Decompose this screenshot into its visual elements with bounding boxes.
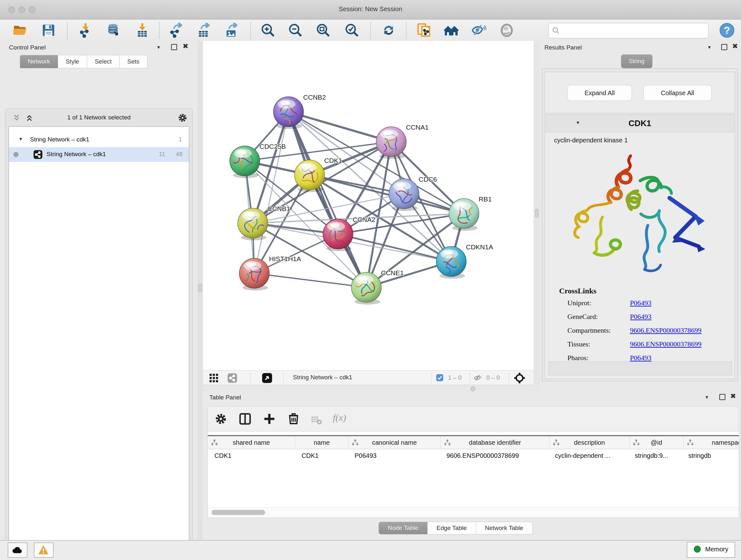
open-session-button[interactable]: [13, 23, 28, 38]
network-node-CCNE1[interactable]: CCNE1: [351, 269, 404, 305]
search-input[interactable]: [562, 24, 704, 36]
show-columns-icon[interactable]: [239, 412, 252, 426]
first-neighbors-button[interactable]: [444, 23, 459, 38]
crosslink-link[interactable]: 9606.ENSP00000378699: [630, 340, 701, 348]
cell-name[interactable]: CDK1: [295, 449, 348, 462]
close-panel-icon[interactable]: ✖: [730, 393, 736, 399]
clone-network-button[interactable]: [416, 23, 431, 38]
network-node-CDC25B[interactable]: CDC25B: [230, 143, 286, 178]
cell-@id[interactable]: stringdb:9...: [628, 449, 682, 462]
cell-database-identifier[interactable]: 9606.ENSP00000378699: [440, 449, 548, 462]
vertical-splitter-left[interactable]: [197, 41, 203, 540]
network-collection-row[interactable]: ▼ String Network – cdk1 1: [9, 132, 189, 147]
share-gray-icon[interactable]: [227, 373, 238, 383]
splitter-handle[interactable]: [535, 209, 539, 218]
network-node-CCNA2[interactable]: CCNA2: [323, 216, 375, 251]
collapse-all-button[interactable]: Collapse All: [643, 85, 712, 101]
table-horizontal-scrollbar[interactable]: [208, 507, 739, 517]
tab-select[interactable]: Select: [87, 55, 120, 68]
gear-icon[interactable]: [215, 413, 227, 425]
zoom-out-button[interactable]: [288, 23, 303, 38]
column-header-database-identifier[interactable]: database identifier: [441, 436, 549, 449]
zoom-fit-button[interactable]: [316, 23, 331, 38]
crosslink-value: P06493: [630, 313, 651, 321]
column-header-shared-name[interactable]: shared name: [208, 436, 295, 449]
zoom-in-button[interactable]: [260, 23, 276, 38]
close-panel-icon[interactable]: ✖: [183, 44, 188, 49]
svg-text:?: ?: [724, 24, 730, 36]
show-all-button[interactable]: [499, 23, 515, 38]
vertical-splitter-right[interactable]: [534, 41, 540, 385]
tab-edge-table[interactable]: Edge Table: [428, 522, 476, 535]
fit-content-crosshair-icon[interactable]: [513, 372, 526, 384]
tab-network[interactable]: Network: [20, 55, 58, 68]
column-header-description[interactable]: description: [549, 436, 630, 449]
network-canvas[interactable]: CCNB2CCNA1CDC25BCDK1CDC6RB1CCNB1CCNA2CDK…: [203, 41, 534, 370]
delete-column-icon[interactable]: [287, 412, 300, 425]
column-header-canonical-name[interactable]: canonical name: [348, 436, 441, 449]
panel-menu-icon[interactable]: ▼: [704, 395, 709, 400]
tab-string[interactable]: String: [621, 54, 653, 68]
gene-section-header[interactable]: ▼ CDK1: [545, 115, 735, 132]
zoom-selected-button[interactable]: [344, 23, 360, 38]
next-section-collapsed[interactable]: [548, 361, 732, 375]
network-node-RB1[interactable]: RB1: [449, 195, 492, 231]
network-edge-CCNB2-HIST1H1A[interactable]: [254, 112, 288, 273]
float-panel-icon[interactable]: [721, 44, 727, 50]
float-panel-icon[interactable]: [171, 44, 177, 50]
cell-canonical-name[interactable]: P06493: [348, 449, 440, 462]
export-table-button[interactable]: [196, 23, 211, 38]
import-table-button[interactable]: [135, 23, 150, 38]
close-panel-icon[interactable]: ✖: [732, 44, 738, 49]
eye-slash-icon: [471, 23, 486, 38]
selected-checkbox-icon[interactable]: [436, 374, 444, 381]
crosslink-link[interactable]: P06493: [630, 299, 651, 307]
network-edge-HIST1H1A-CCNE1[interactable]: [254, 273, 366, 287]
search-box[interactable]: [548, 23, 709, 38]
tab-network-table[interactable]: Network Table: [476, 522, 533, 535]
import-network-button[interactable]: [78, 23, 93, 38]
network-node-HIST1H1A[interactable]: HIST1H1A: [239, 255, 301, 291]
splitter-handle[interactable]: [470, 386, 475, 391]
tab-sets[interactable]: Sets: [120, 55, 147, 68]
column-header-@id[interactable]: @id: [630, 436, 684, 449]
export-network-button[interactable]: [168, 23, 184, 38]
expand-all-button[interactable]: Expand All: [567, 85, 632, 101]
birdseye-grid-icon[interactable]: [209, 373, 219, 383]
collection-expander-icon[interactable]: ▼: [18, 136, 23, 141]
column-header-namespace[interactable]: namespace: [684, 436, 739, 449]
network-node-CCNB2[interactable]: CCNB2: [273, 94, 326, 129]
cloud-status-button[interactable]: [8, 543, 27, 558]
tab-style[interactable]: Style: [58, 55, 87, 68]
export-image-button[interactable]: [223, 23, 239, 38]
import-database-button[interactable]: [105, 23, 121, 38]
float-panel-icon[interactable]: [719, 394, 725, 400]
crosslink-link[interactable]: P06493: [630, 354, 651, 362]
open-in-window-icon[interactable]: [262, 373, 273, 383]
cell-shared-name[interactable]: CDK1: [208, 449, 295, 462]
network-node-CDKN1A[interactable]: CDKN1A: [436, 243, 493, 279]
panel-menu-icon[interactable]: ▼: [707, 45, 712, 50]
memory-button[interactable]: Memory: [687, 542, 735, 558]
help-button[interactable]: ?: [719, 23, 735, 38]
tab-node-table[interactable]: Node Table: [379, 522, 428, 535]
crosslink-link[interactable]: 9606.ENSP00000378699: [630, 326, 701, 334]
help-icon: ?: [719, 23, 735, 38]
hide-selected-button[interactable]: [471, 23, 486, 38]
zoom-selected-icon: [344, 23, 360, 38]
column-header-name[interactable]: name: [295, 436, 348, 449]
network-row-selected[interactable]: String Network – cdk1 11 48: [9, 147, 189, 162]
save-session-button[interactable]: [41, 23, 56, 38]
panel-menu-icon[interactable]: ▼: [156, 45, 161, 50]
cell-namespace[interactable]: stringdb: [682, 449, 739, 462]
scrollbar-thumb[interactable]: [212, 510, 265, 515]
refresh-button[interactable]: [381, 23, 396, 38]
cell-description[interactable]: cyclin-dependent ...: [548, 449, 628, 462]
warning-status-button[interactable]: [34, 543, 54, 558]
gear-icon[interactable]: [178, 113, 187, 123]
add-column-icon[interactable]: [263, 412, 276, 426]
table-row[interactable]: CDK1CDK1P064939606.ENSP00000378699cyclin…: [208, 449, 739, 462]
splitter-handle[interactable]: [198, 284, 202, 293]
gene-description: cyclin-dependent kinase 1: [554, 137, 628, 144]
crosslink-link[interactable]: P06493: [630, 313, 651, 320]
